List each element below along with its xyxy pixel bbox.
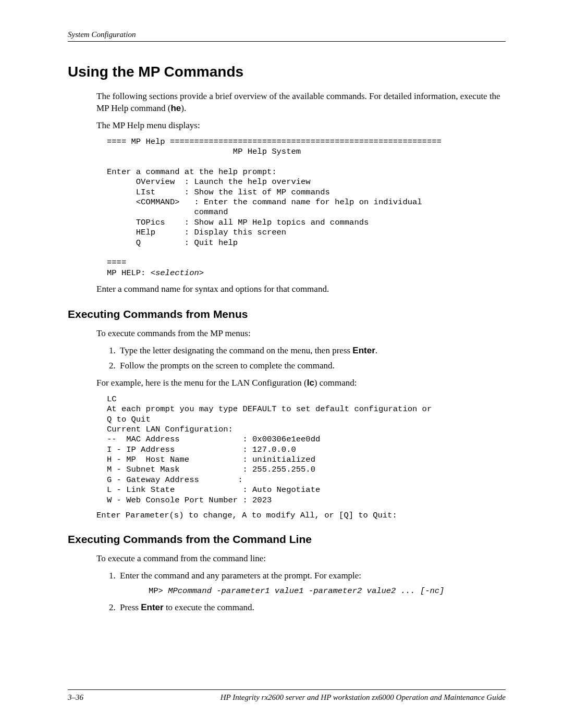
after-help-paragraph: Enter a command name for syntax and opti…	[96, 283, 506, 295]
cmdline-steps: Enter the command and any parameters at …	[118, 570, 506, 613]
section-menus-heading: Executing Commands from Menus	[68, 308, 506, 320]
lc-prompt-line: Enter Parameter(s) to change, A to modif…	[96, 511, 506, 521]
menus-step-1: Type the letter designating the command …	[118, 345, 506, 357]
footer-title: HP Integrity rx2600 server and HP workst…	[221, 693, 506, 702]
menus-example-intro: For example, here is the menu for the LA…	[96, 377, 506, 389]
page-title: Using the MP Commands	[68, 64, 506, 80]
chapter-title: System Configuration	[68, 30, 136, 39]
intro-paragraph-1: The following sections provide a brief o…	[96, 91, 506, 115]
page-number: 3–36	[68, 693, 83, 702]
menus-intro: To execute commands from the MP menus:	[96, 328, 506, 340]
cmdline-step-1: Enter the command and any parameters at …	[118, 570, 506, 596]
running-header: System Configuration	[68, 30, 506, 42]
section-cmdline-heading: Executing Commands from the Command Line	[68, 533, 506, 546]
menus-steps: Type the letter designating the command …	[118, 345, 506, 372]
page-footer: 3–36 HP Integrity rx2600 server and HP w…	[68, 689, 506, 702]
lc-config-block: LC At each prompt you may type DEFAULT t…	[107, 394, 506, 505]
cmdline-intro: To execute a command from the command li…	[96, 553, 506, 565]
cmdline-example: MP> MPcommand -parameter1 value1 -parame…	[149, 586, 506, 596]
menus-step-2: Follow the prompts on the screen to comp…	[118, 360, 506, 372]
cmdline-step-2: Press Enter to execute the command.	[118, 602, 506, 614]
intro-paragraph-2: The MP Help menu displays:	[96, 120, 506, 132]
help-menu-block: ==== MP Help ===========================…	[107, 137, 506, 278]
